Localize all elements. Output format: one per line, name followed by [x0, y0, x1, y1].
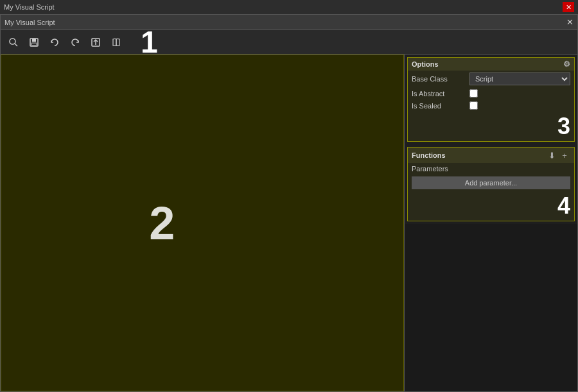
export-icon: [91, 37, 101, 47]
main-area: 2 Options ⚙ Base Class Script Object Nod…: [1, 55, 577, 391]
gear-icon: ⚙: [563, 60, 570, 69]
options-section: Options ⚙ Base Class Script Object Node …: [407, 57, 575, 142]
functions-header: Functions ⬇ +: [408, 148, 574, 163]
functions-download-button[interactable]: ⬇: [546, 149, 557, 161]
panel-annotation-4: 4: [557, 192, 570, 219]
add-parameter-button[interactable]: Add parameter...: [412, 176, 570, 189]
export-button[interactable]: [87, 33, 105, 51]
svg-rect-4: [31, 43, 37, 46]
right-panel: Options ⚙ Base Class Script Object Node …: [404, 55, 577, 391]
undo-icon: [49, 37, 60, 47]
book-button[interactable]: [107, 33, 125, 51]
redo-button[interactable]: [66, 33, 84, 51]
redo-icon: [70, 37, 80, 47]
app-title: My Visual Script: [4, 19, 55, 26]
svg-point-0: [10, 38, 15, 44]
canvas-area[interactable]: 2: [1, 55, 404, 391]
undo-button[interactable]: [46, 33, 64, 51]
app-titlebar: My Visual Script ✕: [1, 15, 577, 30]
os-close-button[interactable]: ✕: [563, 2, 574, 12]
book-icon: [111, 37, 121, 47]
header-actions: ⬇ +: [546, 149, 570, 161]
is-sealed-checkbox[interactable]: [469, 101, 478, 110]
save-button[interactable]: [25, 33, 43, 51]
panel-annotation-3: 3: [557, 113, 570, 140]
is-abstract-checkbox[interactable]: [469, 89, 478, 98]
canvas-annotation: 2: [149, 197, 175, 250]
save-icon: [29, 37, 39, 47]
svg-line-1: [15, 44, 17, 46]
is-sealed-label: Is Sealed: [412, 102, 469, 110]
right-lower-area: [405, 224, 577, 391]
parameters-label: Parameters: [412, 165, 448, 173]
os-titlebar: My Visual Script ✕: [0, 0, 578, 14]
functions-section: Functions ⬇ + Parameters Add parameter..…: [407, 147, 575, 221]
is-abstract-row: Is Abstract: [408, 87, 574, 99]
base-class-row: Base Class Script Object Node Resource: [408, 71, 574, 87]
functions-header-label: Functions: [412, 151, 446, 159]
search-icon: [8, 37, 19, 47]
base-class-label: Base Class: [412, 75, 469, 83]
is-abstract-label: Is Abstract: [412, 90, 469, 98]
svg-rect-3: [32, 38, 36, 42]
toolbar: 1: [1, 30, 577, 55]
options-header: Options ⚙: [408, 58, 574, 71]
is-sealed-row: Is Sealed: [408, 99, 574, 112]
search-button[interactable]: [4, 33, 22, 51]
options-header-label: Options: [412, 60, 439, 68]
os-title: My Visual Script: [4, 3, 55, 11]
functions-add-button[interactable]: +: [559, 149, 570, 161]
base-class-select[interactable]: Script Object Node Resource: [469, 72, 570, 85]
app-window: My Visual Script ✕: [0, 14, 578, 392]
app-titlebar-close-button[interactable]: ✕: [566, 17, 574, 27]
parameters-row: Parameters: [408, 163, 574, 175]
